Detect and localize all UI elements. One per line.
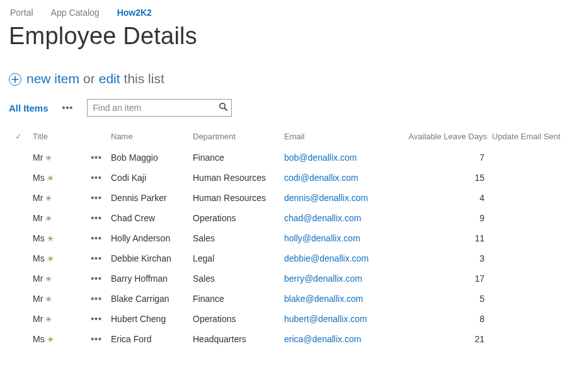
row-name: Hubert Cheng bbox=[108, 309, 190, 329]
row-department: Legal bbox=[190, 248, 282, 268]
row-update-sent bbox=[490, 208, 565, 228]
row-leave-days: 5 bbox=[401, 289, 490, 309]
search-icon[interactable] bbox=[219, 102, 228, 113]
table-row[interactable]: Mr✳•••Dennis ParkerHuman Resourcesdennis… bbox=[9, 188, 565, 208]
row-email-link[interactable]: bob@denallix.com bbox=[284, 153, 357, 163]
row-name: Debbie Kirchan bbox=[108, 248, 190, 268]
new-item-icon: ✳ bbox=[45, 154, 52, 163]
row-leave-days: 15 bbox=[401, 168, 490, 188]
row-update-sent bbox=[490, 289, 565, 309]
table-row[interactable]: Mr✳•••Chad CrewOperationschad@denallix.c… bbox=[9, 208, 565, 228]
row-name: Erica Ford bbox=[108, 329, 190, 349]
employee-table: ✓ Title Name Department Email Available … bbox=[9, 128, 565, 349]
row-email-link[interactable]: dennis@denallix.com bbox=[284, 193, 368, 203]
row-leave-days: 7 bbox=[401, 147, 490, 168]
new-item-icon: ✳ bbox=[45, 214, 52, 223]
row-title: Mr bbox=[33, 294, 43, 304]
new-item-icon: ✳ bbox=[45, 315, 52, 324]
new-item-icon: ✳ bbox=[45, 194, 52, 203]
new-item-icon: ✳ bbox=[47, 234, 54, 243]
column-header-update-sent[interactable]: Update Email Sent bbox=[490, 128, 565, 147]
svg-line-1 bbox=[225, 108, 227, 110]
row-email-link[interactable]: holly@denallix.com bbox=[284, 233, 360, 243]
row-name: Bob Maggio bbox=[108, 147, 190, 168]
row-menu-icon[interactable]: ••• bbox=[87, 193, 106, 203]
row-update-sent bbox=[490, 168, 565, 188]
row-name: Blake Carrigan bbox=[108, 289, 190, 309]
row-department: Human Resources bbox=[190, 168, 282, 188]
row-name: Chad Crew bbox=[108, 208, 190, 228]
row-leave-days: 8 bbox=[401, 309, 490, 329]
row-department: Operations bbox=[190, 208, 282, 228]
table-row[interactable]: Mr✳•••Hubert ChengOperationshubert@denal… bbox=[9, 309, 565, 329]
breadcrumb-item-current[interactable]: How2K2 bbox=[117, 8, 152, 18]
row-update-sent bbox=[490, 329, 565, 349]
row-department: Sales bbox=[190, 228, 282, 248]
edit-link[interactable]: edit bbox=[99, 71, 120, 86]
table-row[interactable]: Ms✳•••Holly AndersonSalesholly@denallix.… bbox=[9, 228, 565, 248]
breadcrumb-item-portal[interactable]: Portal bbox=[10, 8, 33, 18]
table-row[interactable]: Mr✳•••Blake CarriganFinanceblake@denalli… bbox=[9, 289, 565, 309]
row-leave-days: 11 bbox=[401, 228, 490, 248]
row-department: Operations bbox=[190, 309, 282, 329]
row-email-link[interactable]: hubert@denallix.com bbox=[284, 314, 367, 324]
new-item-icon: ✳ bbox=[47, 255, 54, 263]
row-email-link[interactable]: debbie@denallix.com bbox=[284, 253, 369, 263]
row-title: Mr bbox=[33, 193, 43, 203]
table-row[interactable]: Ms✳•••Debbie KirchanLegaldebbie@denallix… bbox=[9, 248, 565, 268]
search-input[interactable] bbox=[87, 99, 232, 117]
row-menu-icon[interactable]: ••• bbox=[87, 334, 106, 344]
view-more-icon[interactable]: ••• bbox=[62, 103, 74, 113]
row-department: Headquarters bbox=[190, 329, 282, 349]
row-menu-icon[interactable]: ••• bbox=[87, 274, 106, 284]
row-menu-icon[interactable]: ••• bbox=[87, 153, 106, 163]
row-leave-days: 3 bbox=[401, 248, 490, 268]
new-item-icon: ✳ bbox=[47, 335, 54, 344]
row-email-link[interactable]: berry@denallix.com bbox=[284, 274, 362, 284]
row-department: Finance bbox=[190, 289, 282, 309]
row-name: Holly Anderson bbox=[108, 228, 190, 248]
column-header-leave-days[interactable]: Available Leave Days bbox=[401, 128, 490, 147]
new-item-bar: new item or edit this list bbox=[9, 71, 558, 86]
table-row[interactable]: Ms✳•••Codi KajiHuman Resourcescodi@denal… bbox=[9, 168, 565, 188]
table-row[interactable]: Mr✳•••Bob MaggioFinancebob@denallix.com7 bbox=[9, 147, 565, 168]
row-department: Sales bbox=[190, 268, 282, 289]
row-menu-icon[interactable]: ••• bbox=[87, 253, 106, 263]
row-title: Mr bbox=[33, 213, 43, 223]
new-item-icon: ✳ bbox=[45, 275, 52, 284]
select-all-icon[interactable]: ✓ bbox=[11, 132, 22, 141]
view-all-items[interactable]: All Items bbox=[9, 103, 49, 113]
row-menu-icon[interactable]: ••• bbox=[87, 233, 106, 243]
column-header-title[interactable]: Title bbox=[30, 128, 84, 147]
page-title: Employee Details bbox=[9, 23, 558, 50]
row-menu-icon[interactable]: ••• bbox=[87, 213, 106, 223]
column-header-name[interactable]: Name bbox=[108, 128, 190, 147]
row-menu-icon[interactable]: ••• bbox=[87, 314, 106, 324]
row-department: Human Resources bbox=[190, 188, 282, 208]
row-title: Ms bbox=[33, 233, 45, 243]
or-text: or bbox=[83, 71, 95, 86]
table-row[interactable]: Mr✳•••Barry HoffmanSalesberry@denallix.c… bbox=[9, 268, 565, 289]
row-title: Ms bbox=[33, 334, 45, 344]
plus-circle-icon[interactable] bbox=[9, 73, 21, 86]
row-menu-icon[interactable]: ••• bbox=[87, 173, 106, 183]
new-item-icon: ✳ bbox=[47, 174, 54, 183]
row-title: Ms bbox=[33, 253, 45, 263]
row-leave-days: 4 bbox=[401, 188, 490, 208]
breadcrumb-item-app-catalog[interactable]: App Catalog bbox=[51, 8, 100, 18]
row-email-link[interactable]: codi@denallix.com bbox=[284, 173, 358, 183]
row-menu-icon[interactable]: ••• bbox=[87, 294, 106, 304]
new-item-link[interactable]: new item bbox=[26, 71, 79, 86]
column-header-email[interactable]: Email bbox=[282, 128, 401, 147]
row-name: Dennis Parker bbox=[108, 188, 190, 208]
search-box bbox=[87, 99, 232, 117]
row-update-sent bbox=[490, 147, 565, 168]
column-header-department[interactable]: Department bbox=[190, 128, 282, 147]
row-leave-days: 21 bbox=[401, 329, 490, 349]
table-row[interactable]: Ms✳•••Erica FordHeadquarterserica@denall… bbox=[9, 329, 565, 349]
row-email-link[interactable]: blake@denallix.com bbox=[284, 294, 364, 304]
row-title: Mr bbox=[33, 274, 43, 284]
row-email-link[interactable]: erica@denallix.com bbox=[284, 334, 361, 344]
row-title: Ms bbox=[33, 173, 45, 183]
row-email-link[interactable]: chad@denallix.com bbox=[284, 213, 361, 223]
